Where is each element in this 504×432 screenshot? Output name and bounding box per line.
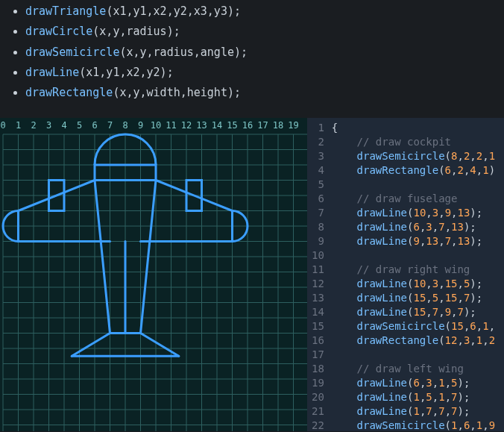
line-number: 12 [312, 277, 324, 291]
code-editor[interactable]: 12345678910111213141516171819202122 { //… [307, 118, 504, 431]
code-line[interactable]: drawRectangle(6,2,4,1) [332, 163, 495, 178]
token-punct: ); [458, 391, 470, 403]
line-number: 10 [312, 248, 324, 263]
drawing-canvas[interactable]: 012345678910111213141516171819 [0, 118, 307, 431]
token-num: 1 [476, 334, 482, 346]
token-num: 3 [426, 221, 432, 233]
token-punct: ( [438, 164, 444, 176]
code-line[interactable]: // draw right wing [332, 263, 495, 277]
token-num: 15 [445, 292, 458, 304]
token-punct: , [426, 207, 432, 219]
token-punct: , [457, 334, 463, 346]
line-number: 7 [312, 206, 324, 220]
code-line[interactable] [332, 178, 495, 192]
code-line[interactable]: drawLine(15,7,9,7); [332, 305, 495, 319]
code-line[interactable]: drawLine(6,3,1,5); [332, 376, 495, 390]
token-fn: drawSemicircle [357, 419, 445, 431]
token-punct: , [457, 292, 463, 304]
code-line[interactable]: // draw left wing [332, 362, 495, 376]
token-punct: , [470, 334, 476, 346]
token-num: 13 [458, 235, 470, 247]
token-punct: , [457, 419, 463, 431]
code-line[interactable]: drawSemicircle(1,6,1,9 [332, 419, 495, 431]
api-args: (x1,y1,x2,y2); [79, 66, 173, 79]
code-line[interactable]: drawLine(15,5,15,7); [332, 291, 495, 305]
line-number: 14 [312, 305, 324, 319]
line-number: 11 [312, 263, 324, 277]
token-punct: , [489, 320, 495, 332]
token-fn: drawLine [357, 377, 407, 389]
api-item: drawTriangle(x1,y1,x2,y2,x3,y3); [25, 3, 495, 20]
code-line[interactable]: drawLine(1,5,1,7); [332, 390, 495, 404]
api-item: drawRectangle(x,y,width,height); [25, 84, 495, 101]
code-line[interactable]: drawLine(10,3,15,5); [332, 277, 495, 291]
token-num: 5 [426, 391, 432, 403]
ruler-label: 15 [227, 120, 237, 131]
code-line[interactable]: drawRectangle(12,3,1,2 [332, 334, 495, 348]
token-num: 1 [413, 405, 419, 417]
ruler-label: 11 [166, 120, 176, 131]
ruler-label: 4 [61, 120, 66, 131]
ruler-label: 8 [122, 120, 127, 131]
token-punct: , [432, 391, 438, 403]
token-punct: , [445, 391, 451, 403]
code-line[interactable]: drawLine(9,13,7,13); [332, 234, 495, 248]
token-num: 3 [426, 377, 432, 389]
token-brace: { [332, 122, 338, 134]
code-line[interactable] [332, 348, 495, 362]
line-number: 6 [312, 192, 324, 206]
token-punct: , [482, 334, 488, 346]
api-fn-name: drawLine [25, 66, 79, 79]
code-line[interactable]: drawSemicircle(8,2,2,1 [332, 149, 495, 163]
code-line[interactable]: // draw fuselage [332, 192, 495, 206]
token-num: 3 [432, 278, 438, 289]
code-line[interactable]: drawLine(10,3,9,13); [332, 206, 495, 220]
token-num: 1 [413, 391, 419, 403]
line-number: 21 [312, 404, 324, 419]
token-num: 1 [489, 150, 495, 162]
code-line[interactable] [332, 248, 495, 263]
token-num: 9 [445, 306, 451, 318]
token-comment: // draw left wing [357, 363, 464, 375]
token-num: 3 [432, 207, 438, 219]
token-comment: // draw right wing [357, 263, 470, 275]
token-num: 7 [451, 405, 457, 417]
token-punct: , [438, 235, 444, 247]
code-line[interactable]: drawSemicircle(15,6,1, [332, 319, 495, 334]
token-punct: ) [489, 164, 495, 176]
code-line[interactable]: drawLine(1,7,7,7); [332, 404, 495, 419]
token-punct: ( [445, 419, 451, 431]
line-number: 16 [312, 334, 324, 348]
token-fn: drawLine [357, 292, 407, 304]
token-punct: , [482, 150, 488, 162]
ruler-label: 13 [196, 120, 207, 131]
token-num: 6 [413, 377, 419, 389]
code-line[interactable]: // draw cockpit [332, 135, 495, 149]
token-punct: , [438, 278, 444, 289]
token-num: 15 [451, 320, 464, 332]
token-num: 15 [413, 306, 426, 318]
ruler-label: 9 [138, 120, 143, 131]
token-punct: ); [458, 405, 470, 417]
token-punct: , [426, 306, 432, 318]
ruler-label: 19 [288, 120, 298, 131]
token-num: 4 [470, 164, 476, 176]
token-punct: ( [445, 320, 451, 332]
ruler-label: 1 [16, 120, 21, 131]
token-num: 1 [482, 164, 488, 176]
ruler-label: 10 [151, 120, 161, 131]
api-args: (x,y,radius); [92, 25, 180, 38]
token-punct: , [432, 221, 438, 233]
token-num: 12 [445, 334, 458, 346]
line-number: 9 [312, 234, 324, 248]
token-punct: ( [438, 334, 444, 346]
line-number: 1 [312, 121, 324, 135]
ruler-label: 5 [77, 120, 82, 131]
token-num: 6 [470, 320, 476, 332]
code-line[interactable]: { [332, 121, 495, 135]
token-punct: ); [470, 278, 482, 289]
code-body[interactable]: { // draw cockpit drawSemicircle(8,2,2,1… [332, 118, 495, 431]
token-fn: drawLine [357, 278, 407, 289]
code-line[interactable]: drawLine(6,3,7,13); [332, 220, 495, 234]
token-punct: ); [470, 207, 482, 219]
